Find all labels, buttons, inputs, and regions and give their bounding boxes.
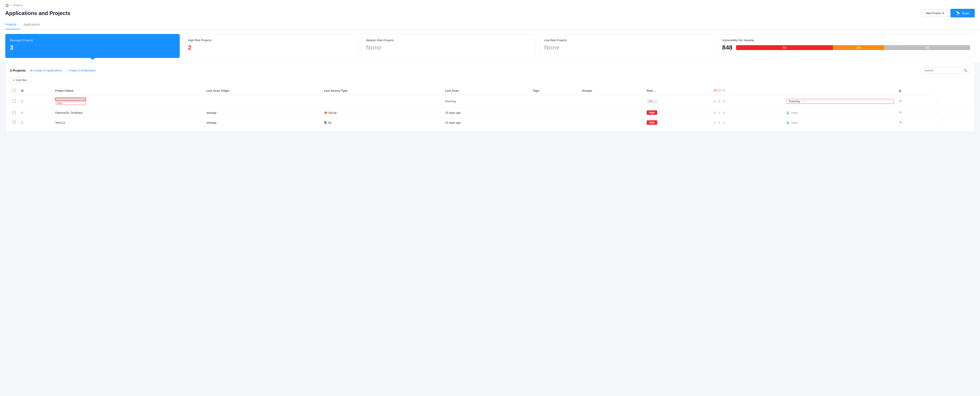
groups-1 <box>579 108 644 118</box>
more-options-0[interactable]: ⋮ <box>936 100 939 103</box>
low-bar: 311 <box>884 45 970 50</box>
scan-icon: 📡 <box>956 11 960 15</box>
add-filter-button[interactable]: ≡ Add filter <box>10 77 30 83</box>
new-project-button[interactable]: New Project ▾ <box>922 10 948 17</box>
project-name-cell-0: New <box>55 98 201 105</box>
vulnerability-label: Vulnerability Per Severity <box>722 38 970 42</box>
managed-projects-card[interactable]: Managed Projects 3 <box>5 34 180 58</box>
vuln-counts-2: 2.. 3.. 1.. <box>711 118 784 128</box>
managed-projects-value: 3 <box>10 44 175 51</box>
scan-button[interactable]: 📡 Scan <box>950 9 975 17</box>
high-risk-value: 2 <box>188 44 353 51</box>
scanning-badge-0[interactable]: Scanning... ↻ <box>786 99 894 104</box>
projects-table: ID Project Name Last Scan Origin Last So… <box>10 87 970 127</box>
search-icon: 🔍 <box>964 68 967 72</box>
vuln-medium-1: 1.. <box>719 111 721 114</box>
header-checkbox-cell <box>10 87 18 95</box>
filter-row: ≡ Add filter <box>10 77 970 83</box>
last-scan-origin-1: webapp <box>204 108 321 118</box>
table-row: ⧉ Test111 webapp🗜 Zip15 days agoHigh 2..… <box>10 118 970 128</box>
content-section: 3 Projects ⊞ Assign to Applications ↓ Pr… <box>5 62 975 132</box>
low-value: 311 <box>925 46 929 49</box>
tab-applications[interactable]: Applications <box>24 21 44 29</box>
vuln-critical-1: 5.. <box>714 111 717 114</box>
project-name-1[interactable]: Ophirsa/GL-TestRepo <box>55 111 83 114</box>
table-row: ⧉ New RunningNo ... 0.. 0.. 0.. Scanning… <box>10 95 970 108</box>
add-filter-label: Add filter <box>16 78 27 82</box>
header-vuln-icons: 🛡 🛡 🛡 <box>711 87 784 95</box>
row-checkbox-1[interactable] <box>13 111 16 114</box>
vuln-low-1: 2.. <box>723 111 726 114</box>
medium-risk-value: None <box>366 44 531 51</box>
medium-risk-card[interactable]: Medium Risk Projects None <box>361 34 536 58</box>
project-name-2[interactable]: Test111 <box>55 121 65 124</box>
table-header: 3 Projects ⊞ Assign to Applications ↓ Pr… <box>10 67 970 74</box>
header-last-scan: Last Scan <box>442 87 530 95</box>
assign-to-applications-link[interactable]: ⊞ Assign to Applications <box>30 69 62 72</box>
last-source-type-0 <box>321 95 442 108</box>
row-checkbox-0[interactable] <box>13 100 16 103</box>
project-name-cell-1: Ophirsa/GL-TestRepo <box>55 111 201 114</box>
eye-icon-0[interactable]: 👁 <box>899 100 902 103</box>
scan-link-1[interactable]: 📡 Scan <box>786 111 894 114</box>
copy-icon-0[interactable]: ⧉ <box>21 100 23 103</box>
medium-bar: 186 <box>833 45 884 50</box>
last-scan-1: 15 days ago <box>442 108 530 118</box>
home-icon[interactable]: 🏠 <box>5 3 9 7</box>
filter-icon: ≡ <box>13 78 14 82</box>
more-options-2[interactable]: ⋮ <box>936 121 939 125</box>
select-all-checkbox[interactable] <box>13 89 16 92</box>
eye-icon-1[interactable]: 👁 <box>899 111 902 114</box>
breadcrumb-projects: Projects <box>13 4 23 7</box>
vuln-medium-2: 3.. <box>719 121 721 124</box>
vuln-low-0: 0.. <box>723 100 726 103</box>
spinning-icon-0: ↻ <box>803 100 805 103</box>
scan-label-2: Scan <box>791 121 798 124</box>
low-risk-card[interactable]: Low Risk Projects None <box>539 34 714 58</box>
high-risk-card[interactable]: High Risk Projects 2 <box>183 34 358 58</box>
shield-low-icon: 🛡 <box>722 89 725 92</box>
header-id: ID <box>18 87 52 95</box>
header-risk: Risk ... <box>644 87 711 95</box>
new-badge-0: New <box>56 101 86 105</box>
last-scan-2: 15 days ago <box>442 118 530 128</box>
eye-icon-2[interactable]: 👁 <box>899 120 902 124</box>
shield-critical-icon: 🛡 <box>714 89 717 92</box>
copy-icon-2[interactable]: ⧉ <box>21 121 23 124</box>
header-actions-col <box>784 87 896 95</box>
risk-badge-0: No ... <box>647 99 658 104</box>
critical-value: 351 <box>783 46 786 49</box>
scan-link-2[interactable]: 📡 Scan <box>786 121 894 124</box>
last-scan-0: Running <box>442 95 530 108</box>
shield-medium-icon: 🛡 <box>718 89 721 92</box>
header-columns-toggle[interactable]: ||| <box>896 87 933 95</box>
copy-icon-1[interactable]: ⧉ <box>21 111 23 114</box>
project-configuration-link[interactable]: ↓ Project Configuration <box>66 69 96 72</box>
tab-projects[interactable]: Projects <box>5 21 20 29</box>
header-tags: Tags <box>530 87 579 95</box>
risk-badge-2: High <box>647 120 657 125</box>
scan-radar-icon-2: 📡 <box>786 121 790 124</box>
medium-value: 186 <box>856 46 861 49</box>
table-header-row: ID Project Name Last Scan Origin Last So… <box>10 87 970 95</box>
medium-risk-label: Medium Risk Projects <box>366 38 531 42</box>
scan-action-0: Scanning... ↻ <box>784 95 896 108</box>
more-options-1[interactable]: ⋮ <box>936 111 939 115</box>
last-scan-origin-2: webapp <box>204 118 321 128</box>
header-last-source-type: Last Source Type <box>321 87 442 95</box>
vuln-low-2: 1.. <box>723 121 726 124</box>
header-groups: Groups <box>579 87 644 95</box>
row-checkbox-2[interactable] <box>13 121 16 124</box>
low-risk-label: Low Risk Projects <box>544 38 709 42</box>
vuln-counts-1: 5.. 1.. 2.. <box>711 108 784 118</box>
table-header-left: 3 Projects ⊞ Assign to Applications ↓ Pr… <box>10 68 96 72</box>
last-source-type-2: 🗜 Zip <box>321 118 442 128</box>
risk-0: No ... <box>644 95 711 108</box>
managed-projects-label: Managed Projects <box>10 38 175 42</box>
stats-section: Managed Projects 3 High Risk Projects 2 … <box>0 30 980 62</box>
risk-1: High <box>644 108 711 118</box>
critical-bar: 351 <box>736 45 833 50</box>
search-input[interactable] <box>924 69 962 72</box>
vuln-medium-0: 0.. <box>719 100 721 103</box>
layers-icon: ⊞ <box>30 69 33 72</box>
